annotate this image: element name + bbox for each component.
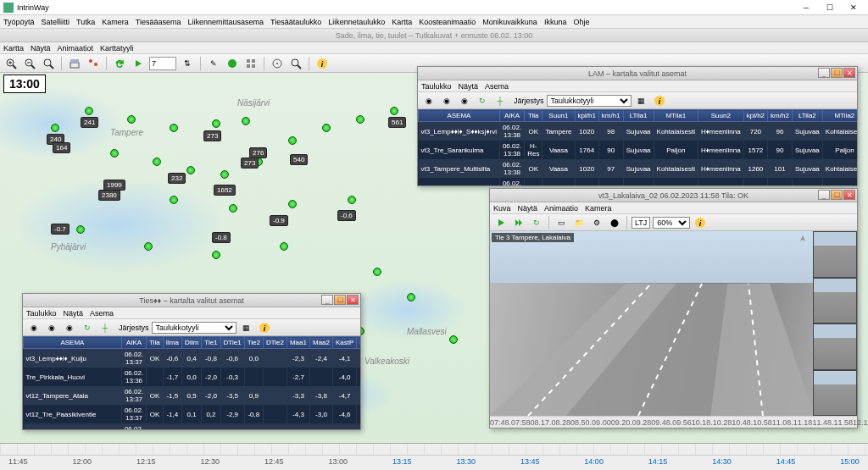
marker-label[interactable]: 540 [290, 154, 308, 165]
lam-panel-title[interactable]: LAM – kartalta valitut asemat _ ☐ ✕ [418, 67, 857, 80]
reset-zoom-icon[interactable] [41, 56, 56, 71]
map-marker[interactable] [170, 196, 178, 204]
info-icon[interactable]: i [257, 320, 272, 335]
panel-min-icon[interactable]: _ [818, 190, 830, 200]
map-marker[interactable] [356, 115, 364, 124]
ties-panel-title[interactable]: Ties♦♦ – kartalta valitut asemat _ ☐ ✕ [23, 294, 360, 307]
add-icon[interactable]: ┼ [97, 320, 113, 335]
panel-max-icon[interactable]: ☐ [334, 295, 346, 305]
pencil-icon[interactable]: ✎ [206, 56, 221, 71]
timeline-tick[interactable]: 12:45 [264, 457, 284, 466]
zoom-select[interactable]: 60% [653, 217, 690, 229]
camera-panel-title[interactable]: vt3_Lakalaiva_02 06.02.2023 11:58 Tila: … [490, 189, 857, 202]
map-marker[interactable] [407, 293, 415, 301]
sort-select[interactable]: Taulukkotyyli [547, 95, 632, 107]
marker-label[interactable]: 561 [388, 117, 406, 128]
info-icon[interactable]: i [314, 56, 330, 71]
timeline-tick[interactable]: 14:30 [712, 457, 732, 466]
menu-kartta[interactable]: Kartta [392, 18, 412, 26]
record-icon[interactable]: ⬤ [607, 215, 622, 230]
spin-arrows-icon[interactable]: ⇅ [180, 56, 195, 71]
grid-icon[interactable]: ▦ [634, 93, 649, 108]
marker-label[interactable]: -0.8 [212, 232, 231, 243]
marker-label[interactable]: 164 [53, 142, 70, 153]
map-marker[interactable] [322, 124, 331, 132]
marker-label[interactable]: -0.6 [337, 210, 356, 221]
nav-next-icon[interactable]: ◉ [457, 93, 472, 108]
timeline-tick[interactable]: 13:45 [520, 457, 540, 466]
nav-next-icon[interactable]: ◉ [62, 320, 77, 335]
map-marker[interactable] [280, 242, 288, 251]
target-icon[interactable] [270, 56, 285, 71]
map-marker[interactable] [144, 242, 153, 251]
zoom-out-icon[interactable] [22, 56, 37, 71]
search-icon[interactable] [288, 56, 303, 71]
timeline-tick[interactable]: 12:30 [200, 457, 220, 466]
timeline-tick[interactable]: 12:00 [72, 457, 92, 466]
table-row[interactable]: vt3_Lemp♦♦l♦_Kulju06.02. 13:37OK-0,60,4-… [24, 349, 361, 368]
menu-ikkuna[interactable]: Ikkuna [544, 18, 567, 26]
marker-label[interactable]: 273 [203, 130, 221, 141]
markers-icon[interactable] [86, 56, 101, 71]
map-marker[interactable] [288, 200, 297, 208]
marker-label[interactable]: 2380 [98, 190, 120, 201]
menu-tiesääasema[interactable]: Tiesääasema [136, 18, 181, 26]
refresh-icon[interactable]: ↻ [475, 93, 490, 108]
map-marker[interactable] [229, 204, 237, 213]
timeline-tick[interactable]: 14:15 [648, 457, 668, 466]
refresh-icon[interactable]: ↻ [529, 215, 544, 230]
panel-close-icon[interactable]: ✕ [843, 190, 855, 200]
menu-satelliitti[interactable]: Satelliitti [42, 18, 70, 26]
table-row[interactable]: vt12_Tampere_Atala06.02. 13:37OK-1,50,5-… [24, 386, 361, 405]
menu-tiesäätaulukko[interactable]: Tiesäätaulukko [270, 18, 321, 26]
table-row[interactable]: vt3_Tre_Sarankulma06.02. 13:38H-ResVaasa… [419, 141, 858, 159]
menu-liikennetaulukko[interactable]: Liikennetaulukko [328, 18, 385, 26]
map-marker[interactable] [110, 149, 119, 158]
map-marker[interactable] [212, 251, 220, 259]
add-icon[interactable]: ┼ [492, 93, 508, 108]
timeline-tick[interactable]: 13:15 [392, 457, 412, 466]
menu-monikuvaikkuna[interactable]: Monikuvaikkuna [482, 18, 537, 26]
minimize-button[interactable]: ─ [795, 2, 817, 14]
refresh-icon[interactable] [112, 56, 127, 71]
timeline-tick[interactable]: 15:00 [840, 457, 860, 466]
marker-label[interactable]: 273 [241, 158, 259, 169]
panel-max-icon[interactable]: ☐ [831, 190, 843, 200]
thumb-4[interactable] [813, 370, 857, 417]
panel-min-icon[interactable]: _ [818, 68, 830, 78]
layers-icon[interactable] [67, 56, 82, 71]
map-marker[interactable] [153, 158, 161, 166]
sort-select[interactable]: Taulukkotyyli [152, 322, 236, 334]
map-marker[interactable] [186, 166, 195, 174]
timeline-tick[interactable]: 11:45 [8, 457, 28, 466]
thumb-1[interactable] [813, 231, 857, 278]
table-row[interactable]: vt12_Tre_Paasikiventie06.02. 13:37OK-1,4… [24, 405, 361, 423]
camera-time-scrubber[interactable]: 07:48.07:5808.17.08.2808.50.09.0009.20.0… [490, 416, 857, 428]
submenu-kartta[interactable]: Kartta [3, 44, 24, 53]
marker-label[interactable]: 1652 [214, 185, 236, 196]
panel-max-icon[interactable]: ☐ [831, 68, 843, 78]
close-button[interactable]: ✕ [843, 2, 865, 14]
marker-label[interactable]: -0.9 [270, 215, 288, 226]
nav-prev-icon[interactable]: ◉ [44, 320, 59, 335]
play-icon[interactable] [493, 215, 509, 230]
submenu-animaatiot[interactable]: Animaatiot [58, 44, 94, 53]
info-icon[interactable]: i [652, 93, 667, 108]
table-row[interactable]: vt3405_Tampere_Rautaharkko06.02. 13:37OK… [24, 423, 361, 429]
marker-label[interactable]: -0.7 [51, 224, 70, 235]
menu-taulukko[interactable]: Taulukko [421, 82, 452, 91]
marker-label[interactable]: 232 [168, 173, 186, 184]
timeline-tick[interactable]: 14:45 [776, 457, 796, 466]
zoom-in-icon[interactable] [3, 56, 19, 71]
map-marker[interactable] [212, 119, 220, 128]
fast-icon[interactable] [511, 215, 526, 230]
grid-icon[interactable]: ▦ [239, 320, 254, 335]
map-marker[interactable] [390, 107, 398, 115]
map-marker[interactable] [170, 124, 178, 132]
map-marker[interactable] [288, 136, 297, 145]
submenu-karttatyyli[interactable]: Karttatyyli [100, 44, 134, 53]
nav-first-icon[interactable]: ◉ [421, 93, 437, 108]
select-icon[interactable] [225, 56, 240, 71]
menu-koosteanimaatio[interactable]: Koosteanimaatio [419, 18, 476, 26]
menu-työpöytä[interactable]: Työpöytä [3, 18, 35, 26]
